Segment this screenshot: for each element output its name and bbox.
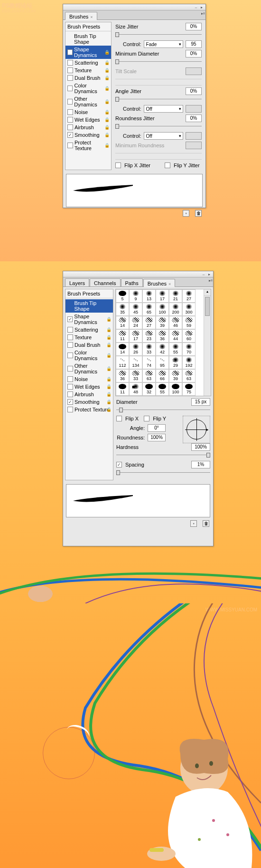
brush-option-smoothing[interactable]: Smoothing🔒 [65, 131, 111, 139]
scroll-up-icon[interactable]: ▴ [204, 289, 211, 296]
brush-tip-cell[interactable]: 100 [156, 303, 169, 316]
tab-channels[interactable]: Channels [90, 278, 120, 286]
hardness-value[interactable]: 100% [191, 443, 210, 451]
brush-option-brush-tip-shape[interactable]: Brush Tip Shape [65, 32, 111, 46]
option-checkbox[interactable] [67, 334, 73, 340]
brush-option-noise[interactable]: Noise🔒 [65, 375, 113, 383]
grid-scrollbar[interactable]: ▴ [204, 289, 211, 396]
brush-option-texture[interactable]: Texture🔒 [65, 67, 111, 74]
new-brush-icon[interactable]: ▫ [183, 210, 189, 217]
size-control-dropdown[interactable]: Fade [144, 40, 183, 48]
brush-tip-cell[interactable]: 27 [142, 316, 156, 329]
brush-option-other-dynamics[interactable]: Other Dynamics🔒 [65, 95, 111, 108]
brush-tip-cell[interactable]: 70 [182, 343, 196, 356]
brush-option-color-dynamics[interactable]: Color Dynamics🔒 [65, 82, 111, 95]
brush-presets-header[interactable]: Brush Presets [65, 289, 113, 298]
close-tab-icon[interactable]: × [90, 15, 93, 19]
option-checkbox[interactable] [67, 384, 73, 390]
brush-tip-cell[interactable]: 35 [116, 303, 129, 316]
brush-tip-cell[interactable]: 9 [129, 289, 142, 303]
option-checkbox[interactable] [67, 109, 73, 115]
size-jitter-slider[interactable] [115, 32, 202, 38]
min-diameter-slider[interactable] [115, 59, 202, 65]
brush-tip-cell[interactable]: 65 [142, 303, 156, 316]
delete-brush-icon[interactable]: 🗑 [203, 520, 209, 527]
size-jitter-value[interactable]: 0% [186, 23, 202, 30]
angle-control-dropdown[interactable]: Off [144, 105, 183, 113]
option-checkbox[interactable] [67, 342, 73, 348]
spacing-value[interactable]: 1% [191, 461, 210, 468]
brush-option-airbrush[interactable]: Airbrush🔒 [65, 391, 113, 398]
diameter-value[interactable]: 15 px [191, 398, 210, 406]
angle-roundness-control[interactable]: ▸ [183, 416, 210, 443]
angle-value[interactable]: 0° [148, 424, 166, 432]
brush-tip-cell[interactable]: 63 [142, 369, 156, 382]
roundness-jitter-value[interactable]: 0% [186, 114, 202, 122]
brush-tip-cell[interactable]: 55 [156, 382, 169, 396]
option-checkbox[interactable] [67, 407, 73, 412]
option-checkbox[interactable] [67, 353, 73, 358]
brush-tip-cell[interactable]: 33 [129, 369, 142, 382]
brush-tip-cell[interactable]: 36 [156, 329, 169, 343]
roundness-control-dropdown[interactable]: Off [144, 132, 183, 140]
brush-option-shape-dynamics[interactable]: Shape Dynamics🔒 [65, 313, 113, 326]
brush-tip-cell[interactable]: 36 [116, 369, 129, 382]
brush-option-airbrush[interactable]: Airbrush🔒 [65, 124, 111, 131]
diameter-slider[interactable] [116, 407, 210, 413]
brush-tip-cell[interactable]: 27 [182, 289, 196, 303]
brush-tip-cell[interactable]: 60 [182, 329, 196, 343]
option-checkbox[interactable] [67, 327, 73, 333]
brush-tip-cell[interactable]: 17 [129, 329, 142, 343]
brush-tip-cell[interactable]: 192 [182, 356, 196, 369]
tab-paths[interactable]: Paths [121, 278, 143, 286]
roundness-value[interactable]: 100% [148, 434, 166, 441]
option-checkbox[interactable] [67, 316, 73, 322]
flip-y-checkbox[interactable] [144, 416, 149, 421]
panel-menu-icon[interactable]: ▸≡ [201, 11, 205, 16]
delete-brush-icon[interactable]: 🗑 [195, 210, 202, 217]
brush-option-scattering[interactable]: Scattering🔒 [65, 326, 113, 334]
fade-steps-value[interactable]: 95 [186, 40, 202, 48]
tab-brushes[interactable]: Brushes× [65, 12, 97, 20]
brush-tip-cell[interactable]: 14 [116, 343, 129, 356]
brush-presets-header[interactable]: Brush Presets [65, 22, 111, 31]
option-checkbox[interactable] [67, 124, 73, 130]
option-checkbox[interactable] [67, 132, 73, 138]
brush-tip-cell[interactable]: 74 [142, 356, 156, 369]
brush-tip-cell[interactable]: 11 [116, 382, 129, 396]
brush-tip-cell[interactable]: 112 [116, 356, 129, 369]
option-checkbox[interactable] [67, 67, 73, 73]
option-checkbox[interactable] [67, 366, 73, 372]
min-diameter-value[interactable]: 0% [186, 50, 202, 57]
brush-tip-cell[interactable]: 39 [156, 316, 169, 329]
brush-tip-cell[interactable]: 95 [156, 356, 169, 369]
brush-tip-cell[interactable]: ☆29 [169, 356, 182, 369]
brush-tip-cell[interactable]: 24 [129, 316, 142, 329]
brush-option-other-dynamics[interactable]: Other Dynamics🔒 [65, 362, 113, 375]
brush-tip-cell[interactable]: 300 [182, 303, 196, 316]
option-checkbox[interactable] [67, 117, 73, 123]
brush-option-protect-texture[interactable]: Protect Texture🔒 [65, 406, 113, 413]
scroll-thumb[interactable] [205, 297, 210, 316]
brush-tip-cell[interactable]: 33 [142, 343, 156, 356]
spacing-checkbox[interactable] [116, 462, 122, 467]
close-tab-icon[interactable]: × [168, 282, 171, 286]
brush-tip-cell[interactable]: 39 [169, 369, 182, 382]
brush-tip-cell[interactable]: 17 [156, 289, 169, 303]
angle-jitter-slider[interactable] [115, 96, 202, 102]
flip-x-jitter-checkbox[interactable] [115, 162, 121, 168]
brush-tip-cell[interactable]: 5 [116, 289, 129, 303]
flip-y-jitter-checkbox[interactable] [165, 162, 170, 168]
brush-option-shape-dynamics[interactable]: Shape Dynamics🔒 [65, 46, 111, 59]
minimize-icon[interactable]: – [194, 5, 198, 10]
brush-option-noise[interactable]: Noise🔒 [65, 108, 111, 116]
brush-option-wet-edges[interactable]: Wet Edges🔒 [65, 383, 113, 391]
spacing-slider[interactable] [116, 470, 210, 476]
brush-option-dual-brush[interactable]: Dual Brush🔒 [65, 341, 113, 349]
brush-option-smoothing[interactable]: Smoothing🔒 [65, 398, 113, 406]
brush-option-scattering[interactable]: Scattering🔒 [65, 59, 111, 67]
option-checkbox[interactable] [67, 60, 73, 66]
new-brush-icon[interactable]: ▫ [190, 520, 197, 527]
brush-tip-cell[interactable]: 23 [142, 329, 156, 343]
brush-tip-cell[interactable]: 45 [129, 303, 142, 316]
